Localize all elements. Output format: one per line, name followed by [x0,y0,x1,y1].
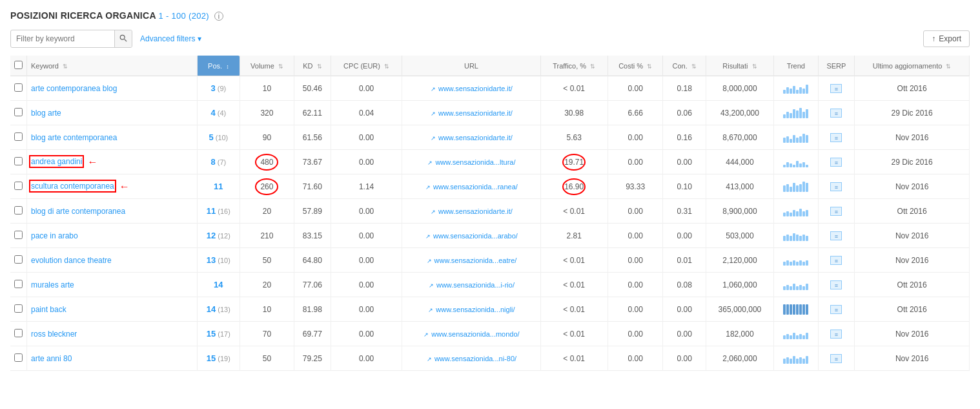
serp-icon[interactable]: ≡ [830,182,842,191]
cpc-cell: 0.00 [331,346,402,371]
keyword-link[interactable]: ross bleckner [31,330,77,339]
serp-cell[interactable]: ≡ [818,322,855,346]
keyword-link[interactable]: andrea gandini [31,157,82,166]
header-volume[interactable]: Volume ⇅ [240,56,294,76]
serp-cell[interactable]: ≡ [818,273,855,297]
row-checkbox[interactable] [14,132,23,141]
header-kd[interactable]: KD ⇅ [294,56,331,76]
volume-cell: 10 [240,297,294,322]
row-checkbox[interactable] [14,255,23,264]
serp-icon[interactable]: ≡ [830,330,842,339]
sort-icon-risultati: ⇅ [752,63,757,70]
url-link[interactable]: www.sensazionida...i-rio/ [436,281,515,289]
row-checkbox[interactable] [14,83,23,92]
url-link[interactable]: www.sensazionida...ni-80/ [434,355,516,362]
row-checkbox[interactable] [14,353,23,362]
url-link[interactable]: www.sensazionidarte.it/ [438,85,513,92]
serp-cell[interactable]: ≡ [818,174,855,199]
row-checkbox[interactable] [14,280,23,288]
serp-icon[interactable]: ≡ [830,84,842,93]
url-cell: ↗www.sensazionida...arabo/ [402,224,540,248]
url-link[interactable]: www.sensazionidarte.it/ [438,109,513,117]
url-link[interactable]: www.sensazionidarte.it/ [438,134,513,142]
url-link[interactable]: www.sensazionida...ltura/ [435,158,515,166]
serp-cell[interactable]: ≡ [818,346,855,371]
con-cell: 0.16 [663,125,706,150]
header-risultati[interactable]: Risultati ⇅ [706,56,773,76]
serp-icon[interactable]: ≡ [830,158,842,167]
kd-cell: 83.15 [294,224,331,248]
serp-cell[interactable]: ≡ [818,125,855,150]
pos-cell: 4 (4) [197,101,240,125]
export-button[interactable]: ↑ Export [923,30,970,47]
row-checkbox[interactable] [14,206,23,215]
keyword-cell: blog di arte contemporanea [27,199,198,224]
kd-cell: 57.89 [294,199,331,224]
header-pos[interactable]: Pos. ↕ [197,56,240,76]
serp-icon[interactable]: ≡ [830,109,842,118]
keyword-link[interactable]: blog arte [31,109,61,118]
url-link[interactable]: www.sensazionida...mondo/ [431,330,519,338]
serp-cell[interactable]: ≡ [818,199,855,224]
keyword-link[interactable]: blog arte contemporanea [31,133,117,142]
row-checkbox[interactable] [14,108,23,116]
url-link[interactable]: www.sensazionida...nigli/ [436,306,515,313]
pos-cell: 14 (13) [197,297,240,322]
url-link[interactable]: www.sensazionida...ranea/ [433,183,518,191]
search-input[interactable] [11,32,114,46]
traffic-cell: < 0.01 [540,76,607,101]
keyword-link[interactable]: pace in arabo [31,231,78,240]
keyword-link[interactable]: evolution dance theatre [31,256,112,265]
header-checkbox[interactable] [10,56,27,76]
serp-icon[interactable]: ≡ [830,133,842,142]
ultimo-cell: Ott 2016 [855,199,970,224]
search-button[interactable] [114,30,132,48]
volume-cell: 90 [240,125,294,150]
serp-cell[interactable]: ≡ [818,248,855,273]
header-keyword[interactable]: Keyword ⇅ [27,56,198,76]
row-checkbox[interactable] [14,329,23,337]
serp-icon[interactable]: ≡ [830,231,842,240]
serp-icon[interactable]: ≡ [830,280,842,289]
row-checkbox[interactable] [14,182,23,190]
url-link[interactable]: www.sensazionida...eatre/ [434,257,517,264]
traffic-cell: 5.63 [540,125,607,150]
serp-icon[interactable]: ≡ [830,207,842,216]
row-checkbox[interactable] [14,231,23,239]
serp-cell[interactable]: ≡ [818,150,855,174]
costs-cell: 0.00 [607,297,663,322]
keyword-link[interactable]: paint back [31,305,66,314]
header-cpc[interactable]: CPC (EUR) ⇅ [331,56,402,76]
serp-cell[interactable]: ≡ [818,101,855,125]
external-link-icon: ↗ [425,233,431,240]
costs-cell: 0.00 [607,346,663,371]
keyword-link[interactable]: scultura contemporanea [31,182,114,191]
costs-cell: 0.00 [607,248,663,273]
advanced-filters-button[interactable]: Advanced filters ▾ [140,34,201,43]
header-ultimo[interactable]: Ultimo aggiornamento ⇅ [855,56,970,76]
pos-value: 5 [209,132,213,142]
volume-cell: 320 [240,101,294,125]
serp-icon[interactable]: ≡ [830,256,842,265]
row-checkbox[interactable] [14,304,23,313]
url-link[interactable]: www.sensazionidarte.it/ [438,207,513,215]
url-link[interactable]: www.sensazionida...arabo/ [433,232,518,240]
header-traffic[interactable]: Traffico, % ⇅ [540,56,607,76]
header-costs[interactable]: Costi % ⇅ [607,56,663,76]
serp-cell[interactable]: ≡ [818,224,855,248]
keyword-link[interactable]: blog di arte contemporanea [31,207,125,216]
header-con[interactable]: Con. ⇅ [663,56,706,76]
serp-icon[interactable]: ≡ [830,305,842,314]
keyword-link[interactable]: arte anni 80 [31,354,72,363]
keyword-cell: blog arte contemporanea [27,125,198,150]
serp-cell[interactable]: ≡ [818,76,855,101]
keyword-link[interactable]: murales arte [31,280,74,289]
header-url[interactable]: URL [402,56,540,76]
row-checkbox[interactable] [14,157,23,165]
info-icon[interactable]: i [214,12,223,21]
sort-icon: ⇅ [63,63,68,70]
serp-cell[interactable]: ≡ [818,297,855,322]
keyword-link[interactable]: arte contemporanea blog [31,84,117,93]
select-all-checkbox[interactable] [14,61,23,69]
serp-icon[interactable]: ≡ [830,354,842,363]
